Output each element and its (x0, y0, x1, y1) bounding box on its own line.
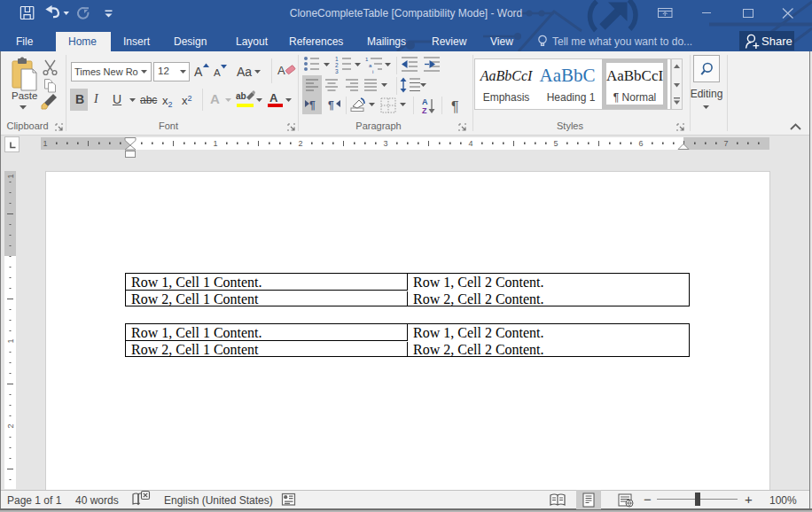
svg-text:2: 2 (6, 423, 15, 428)
svg-text:4: 4 (468, 139, 472, 148)
svg-text:6: 6 (638, 139, 643, 148)
svg-text:2: 2 (298, 139, 302, 148)
svg-text:1: 1 (6, 338, 15, 343)
svg-text:1: 1 (213, 139, 217, 148)
svg-text:3: 3 (383, 139, 387, 148)
svg-text:5: 5 (553, 139, 558, 148)
svg-text:1: 1 (43, 139, 47, 148)
svg-text:1: 1 (6, 174, 15, 178)
svg-text:7: 7 (723, 139, 728, 148)
